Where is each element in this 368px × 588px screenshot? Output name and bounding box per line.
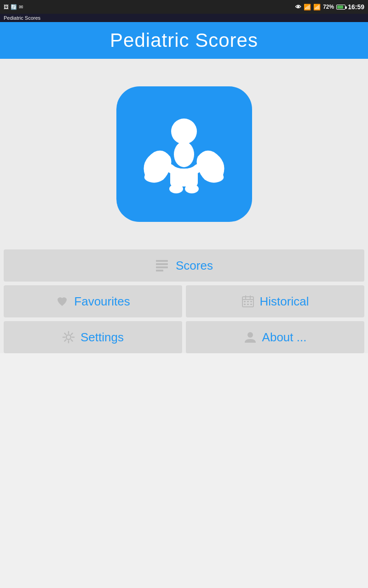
- person-icon: [244, 331, 257, 344]
- logo-section: [0, 59, 368, 249]
- svg-rect-5: [156, 260, 168, 262]
- wifi-icon: 📶: [304, 4, 311, 11]
- signal-icon: 📶: [313, 4, 321, 11]
- historical-button[interactable]: Historical: [186, 285, 364, 317]
- svg-point-19: [66, 335, 71, 339]
- svg-rect-7: [156, 266, 168, 268]
- status-bar: 🖼 🔄 ✉ 👁 📶 📶 72% 16:59: [0, 0, 368, 14]
- svg-rect-14: [247, 301, 249, 302]
- svg-rect-2: [170, 170, 198, 187]
- calendar-icon: [242, 295, 254, 308]
- clock: 16:59: [348, 3, 364, 11]
- eye-icon: 👁: [295, 4, 301, 11]
- content-area: Scores Favourites: [0, 59, 368, 353]
- gear-icon: [62, 331, 75, 344]
- menu-section: Scores Favourites: [0, 249, 368, 353]
- scores-button[interactable]: Scores: [4, 249, 364, 282]
- svg-rect-6: [156, 263, 168, 265]
- battery-percent: 72%: [323, 4, 334, 10]
- app-logo: [116, 86, 252, 222]
- about-label: About ...: [262, 330, 307, 345]
- list-icon: [155, 259, 169, 272]
- scores-row: Scores: [4, 249, 364, 282]
- app-title-bar: Pediatric Scores: [0, 14, 368, 22]
- svg-rect-16: [244, 304, 246, 305]
- svg-rect-17: [247, 304, 249, 305]
- svg-rect-15: [250, 301, 252, 302]
- email-icon: ✉: [19, 4, 23, 10]
- sync-icon: 🔄: [11, 4, 17, 10]
- svg-point-4: [185, 184, 199, 193]
- logo-svg: [131, 102, 237, 207]
- historical-label: Historical: [260, 294, 309, 309]
- status-right: 👁 📶 📶 72% 16:59: [295, 3, 364, 11]
- svg-point-20: [247, 332, 253, 338]
- notification-icon: 🖼: [4, 4, 9, 10]
- svg-rect-18: [250, 304, 252, 305]
- app-header: Pediatric Scores: [0, 22, 368, 59]
- svg-point-1: [174, 141, 194, 167]
- battery-icon: [336, 5, 345, 10]
- svg-point-3: [169, 184, 183, 193]
- status-left: 🖼 🔄 ✉: [4, 4, 23, 10]
- settings-label: Settings: [80, 330, 124, 345]
- app-title-main: Pediatric Scores: [110, 29, 258, 51]
- svg-rect-8: [156, 270, 163, 271]
- favourites-historical-row: Favourites: [4, 285, 364, 317]
- scores-label: Scores: [176, 259, 213, 273]
- settings-about-row: Settings About ...: [4, 321, 364, 353]
- settings-button[interactable]: Settings: [4, 321, 182, 353]
- favourites-button[interactable]: Favourites: [4, 285, 182, 317]
- favourites-label: Favourites: [74, 294, 130, 309]
- app-title-small: Pediatric Scores: [4, 15, 40, 21]
- about-button[interactable]: About ...: [186, 321, 364, 353]
- svg-point-0: [171, 119, 197, 144]
- svg-rect-13: [244, 301, 246, 302]
- heart-icon: [56, 295, 69, 308]
